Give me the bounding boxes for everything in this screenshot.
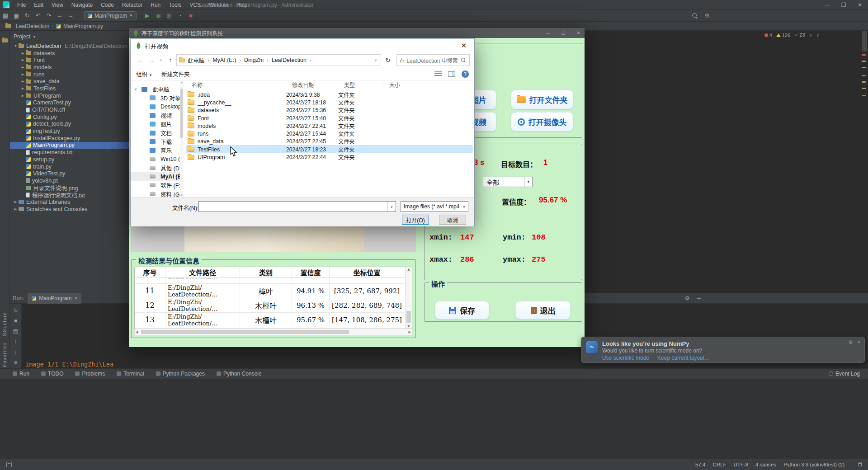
nav-item[interactable]: ∨ 软件 (F:) xyxy=(131,181,183,189)
toolwindow-button[interactable]: TODO xyxy=(41,371,63,377)
maximize-icon[interactable]: □ xyxy=(562,30,565,36)
menu-item[interactable]: Code xyxy=(97,0,118,10)
preview-pane-icon[interactable] xyxy=(448,71,455,77)
scroll-up-icon[interactable]: ▲ xyxy=(180,81,183,84)
column-header[interactable]: 名称 xyxy=(186,80,286,89)
chevron-down-icon[interactable]: ∨ xyxy=(374,58,379,62)
error-stripe-mark[interactable] xyxy=(862,75,866,76)
search-input[interactable]: 在 LeafDetection 中搜索 xyxy=(396,54,470,66)
use-scientific-mode-link[interactable]: Use scientific mode xyxy=(602,355,649,361)
nav-item[interactable]: ∨ 图片 xyxy=(131,120,183,128)
menu-item[interactable]: Edit xyxy=(30,0,47,10)
nav-item[interactable]: ∨ 下载 xyxy=(131,137,183,146)
settings-gear-icon[interactable]: ⚙ xyxy=(849,339,853,345)
path-breadcrumb[interactable]: 此电脑 › MyAI (E:) › DingZhi › LeafDetectio… xyxy=(176,54,381,66)
scrollbar-thumb[interactable] xyxy=(141,330,349,334)
table-header-cell[interactable]: 坐标位置 xyxy=(330,267,404,277)
options-icon[interactable]: ≡ xyxy=(14,359,17,366)
file-row[interactable]: __pycache__ 2024/2/27 18:18 文件夹 xyxy=(186,99,472,106)
chevron-collapsed-icon[interactable]: ▶ xyxy=(20,52,26,55)
minimize-icon[interactable]: ─ xyxy=(546,30,550,36)
sync-icon[interactable]: ↻ xyxy=(22,12,33,19)
dialog-titlebar[interactable]: 打开视频 ✕ xyxy=(131,39,474,52)
chevron-down-icon[interactable]: ▼ xyxy=(33,35,36,39)
organize-button[interactable]: 组织▼ xyxy=(136,70,152,78)
rerun-icon[interactable]: ↻ xyxy=(13,307,18,314)
close-icon[interactable]: ✕ xyxy=(453,39,474,52)
error-stripe-mark[interactable] xyxy=(862,95,866,96)
error-stripe-mark[interactable] xyxy=(862,61,866,62)
file-row[interactable]: UIProgram 2024/2/27 22:44 文件夹 xyxy=(186,153,472,161)
forward-icon[interactable]: → xyxy=(65,12,76,19)
table-vertical-scrollbar[interactable]: ▲ ▼ xyxy=(405,267,412,329)
breadcrumb-root[interactable]: LeafDetection xyxy=(16,23,49,29)
chevron-collapsed-icon[interactable]: ▶ xyxy=(20,73,26,76)
leaf-app-titlebar[interactable]: 基于深度学习的树叶检测识别系统 ─ □ × xyxy=(129,28,585,38)
table-row[interactable]: 11 E:/DingZhi/ LeafDetection/… 樟叶 94.91 … xyxy=(135,284,405,298)
scroll-left-icon[interactable]: ◀ xyxy=(136,330,138,334)
back-icon[interactable]: ← xyxy=(135,56,146,64)
breadcrumb-segment[interactable]: DingZhi › xyxy=(242,56,269,65)
error-stripe-mark[interactable] xyxy=(862,67,866,68)
menu-item[interactable]: File xyxy=(13,0,30,10)
status-item[interactable]: 4 spaces xyxy=(755,462,776,467)
stop-button[interactable]: ■ xyxy=(185,12,196,19)
nav-item[interactable]: ∨ Desktop xyxy=(131,103,183,111)
table-row[interactable]: LeafDetection/… xyxy=(135,278,405,284)
menu-item[interactable]: View xyxy=(47,0,67,10)
save-all-icon[interactable]: ▣ xyxy=(11,12,22,19)
filename-input[interactable] xyxy=(199,202,387,212)
table-row[interactable]: 12 E:/DingZhi/ LeafDetection/… 木槿叶 96.13… xyxy=(135,298,405,313)
redo-icon[interactable]: ↷ xyxy=(43,12,54,19)
view-mode-icon[interactable] xyxy=(434,71,442,77)
prev-error-icon[interactable]: ∧ xyxy=(809,33,812,38)
breadcrumb-file[interactable]: MainProgram.py xyxy=(63,23,103,29)
menu-item[interactable]: Tools xyxy=(165,0,185,10)
nav-item[interactable]: ∨ MyAI (E:) xyxy=(131,172,183,181)
project-tool-icon[interactable] xyxy=(2,38,8,42)
breadcrumb-segment[interactable]: 此电脑 › xyxy=(185,56,210,65)
maximize-icon[interactable]: ❐ xyxy=(835,0,852,10)
class-filter-select[interactable]: 全部 ▼ xyxy=(483,177,533,187)
scrollbar-thumb[interactable] xyxy=(180,89,183,138)
close-icon[interactable]: × xyxy=(577,30,580,36)
status-item[interactable]: CRLF xyxy=(712,462,726,467)
error-stripe-mark[interactable] xyxy=(862,54,866,56)
error-stripe-mark[interactable] xyxy=(862,88,866,89)
column-header[interactable]: 修改日期 xyxy=(286,80,338,89)
inspections-widget[interactable]: 4 126 ✓23 ∧ ∨ xyxy=(764,32,819,38)
tool-stripe-structure[interactable]: Structure xyxy=(2,312,7,336)
toolwindow-button[interactable]: Problems xyxy=(75,371,105,377)
save-button[interactable]: 保存 xyxy=(435,301,489,320)
close-icon[interactable]: × xyxy=(858,339,860,345)
status-item[interactable]: Python 3.9 (yolov8test) (2) xyxy=(783,462,844,467)
scroll-down-icon[interactable]: ▼ xyxy=(180,194,183,197)
close-tab-icon[interactable]: × xyxy=(74,295,77,301)
close-icon[interactable]: ✕ xyxy=(852,0,868,10)
stop-icon[interactable]: ■ xyxy=(14,318,17,324)
down-stack-icon[interactable]: ↓ xyxy=(14,349,17,355)
table-horizontal-scrollbar[interactable]: ◀ ▶ xyxy=(134,329,412,335)
menu-item[interactable]: Run xyxy=(146,0,165,10)
filetype-select[interactable]: Image files (*.avi *.mp4 *.wm ∨ xyxy=(401,201,468,212)
breadcrumb-segment[interactable]: MyAI (E:) › xyxy=(210,56,242,65)
open-camera-button[interactable]: 打开摄像头 xyxy=(511,112,573,132)
undo-icon[interactable]: ↶ xyxy=(33,12,43,19)
exit-button[interactable]: 退出 xyxy=(515,301,571,320)
chevron-expanded-icon[interactable]: ∨ xyxy=(134,87,139,91)
toolwindow-toggle-icon[interactable] xyxy=(6,462,12,467)
file-row[interactable]: datasets 2024/2/27 15:36 文件夹 xyxy=(186,107,472,114)
error-stripe-mark[interactable] xyxy=(862,81,866,83)
table-row[interactable]: 13 E:/DingZhi/ LeafDetection/… 木槿叶 95.67… xyxy=(135,313,405,327)
column-header[interactable]: 类型 xyxy=(338,80,383,89)
nav-item[interactable]: ∨ 其他 (D:) xyxy=(131,164,183,172)
status-item[interactable]: UTF-8 xyxy=(734,462,749,467)
debug-button[interactable]: ◉ xyxy=(153,12,164,19)
refresh-icon[interactable]: ↻ xyxy=(382,57,394,64)
chevron-down-icon[interactable]: ∨ xyxy=(387,202,396,212)
scroll-up-icon[interactable]: ▲ xyxy=(406,268,412,271)
toolwindow-button[interactable]: Python Packages xyxy=(156,371,205,377)
chevron-collapsed-icon[interactable]: ▶ xyxy=(20,58,26,62)
tool-stripe-favorites[interactable]: Favorites xyxy=(2,343,7,367)
keep-layout-link[interactable]: Keep current layout... xyxy=(657,355,709,361)
